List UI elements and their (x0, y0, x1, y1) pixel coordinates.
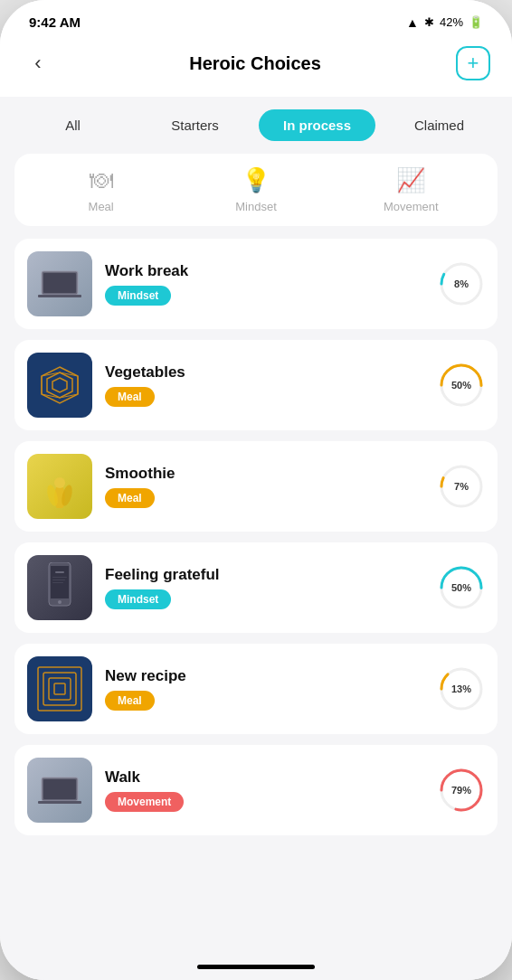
back-chevron-icon: ‹ (34, 52, 41, 75)
page-title: Heroic Choices (189, 53, 321, 74)
category-bar: 🍽 Meal 💡 Mindset 📈 Movement (14, 154, 498, 226)
progress-label: 79% (451, 785, 471, 796)
progress-label: 7% (454, 481, 469, 492)
card-workbreak[interactable]: Work break Mindset 8% (14, 239, 498, 329)
battery-icon: 🔋 (469, 15, 483, 29)
main-content: All Starters In process Claimed 🍽 Meal 💡… (0, 97, 512, 953)
progress-circle: 79% (438, 767, 485, 814)
progress-circle: 50% (438, 362, 485, 409)
tab-all[interactable]: All (14, 109, 131, 141)
card-smoothie[interactable]: Smoothie Meal 7% (14, 441, 498, 532)
tab-claimed[interactable]: Claimed (381, 109, 498, 141)
card-title: Feeling grateful (105, 566, 425, 584)
card-badge: Meal (105, 691, 155, 711)
movement-label: Movement (384, 200, 439, 213)
svg-marker-7 (52, 378, 67, 392)
card-image-smoothie (27, 454, 92, 519)
cards-list: Work break Mindset 8% (14, 239, 498, 835)
card-image-workbreak (27, 251, 92, 316)
svg-point-24 (58, 600, 62, 604)
card-info-newrecipe: New recipe Meal (105, 667, 425, 711)
card-image-walk (27, 758, 92, 823)
filter-tabs: All Starters In process Claimed (14, 109, 498, 154)
svg-rect-27 (52, 580, 65, 580)
card-title: Vegetables (105, 363, 425, 382)
progress-circle: 8% (438, 260, 485, 307)
plus-icon: + (468, 52, 479, 75)
home-indicator (0, 953, 512, 980)
card-title: New recipe (105, 667, 425, 685)
status-bar: 9:42 AM ▲ ✱ 42% 🔋 (0, 0, 512, 37)
svg-rect-25 (55, 571, 64, 573)
category-mindset[interactable]: 💡 Mindset (178, 166, 333, 213)
svg-rect-38 (43, 779, 76, 799)
bluetooth-icon: ✱ (424, 15, 434, 29)
progress-circle: 13% (438, 665, 485, 712)
add-button[interactable]: + (456, 46, 490, 80)
card-title: Walk (105, 768, 425, 787)
card-badge: Movement (105, 792, 184, 812)
progress-label: 8% (454, 278, 469, 289)
progress-label: 50% (451, 582, 471, 593)
card-info-walk: Walk Movement (105, 768, 425, 812)
svg-rect-28 (52, 582, 63, 583)
svg-rect-2 (38, 295, 81, 297)
header: ‹ Heroic Choices + (0, 37, 512, 97)
mindset-label: Mindset (235, 200, 277, 213)
svg-rect-34 (54, 683, 65, 694)
wifi-icon: ▲ (406, 15, 419, 30)
card-walk[interactable]: Walk Movement 79% (14, 745, 498, 835)
svg-rect-26 (52, 577, 67, 578)
svg-rect-31 (38, 667, 81, 711)
movement-icon: 📈 (396, 166, 425, 194)
svg-rect-33 (49, 678, 71, 700)
card-vegetables[interactable]: Vegetables Meal 50% (14, 340, 498, 430)
progress-label: 50% (451, 380, 471, 391)
card-title: Smoothie (105, 465, 425, 483)
card-info-feelinggrateful: Feeling grateful Mindset (105, 566, 425, 609)
card-image-feelinggrateful (27, 555, 92, 620)
battery-percentage: 42% (440, 15, 463, 29)
card-info-smoothie: Smoothie Meal (105, 465, 425, 508)
card-feelinggrateful[interactable]: Feeling grateful Mindset 50% (14, 542, 498, 633)
meal-label: Meal (89, 200, 114, 213)
card-newrecipe[interactable]: New recipe Meal 13% (14, 644, 498, 734)
tab-inprocess[interactable]: In process (259, 109, 375, 141)
tab-starters[interactable]: Starters (137, 109, 253, 141)
svg-marker-6 (47, 372, 72, 398)
progress-circle: 50% (438, 564, 485, 611)
card-badge: Meal (105, 387, 155, 407)
card-title: Work break (105, 262, 425, 280)
category-movement[interactable]: 📈 Movement (334, 166, 488, 213)
mindset-icon: 💡 (242, 166, 270, 194)
back-button[interactable]: ‹ (22, 47, 54, 80)
category-meal[interactable]: 🍽 Meal (24, 166, 178, 213)
card-image-newrecipe (27, 656, 92, 721)
card-badge: Mindset (105, 589, 171, 609)
svg-point-19 (54, 477, 65, 488)
card-info-vegetables: Vegetables Meal (105, 363, 425, 407)
svg-rect-1 (43, 273, 76, 293)
home-bar (197, 965, 315, 969)
card-badge: Mindset (105, 286, 171, 306)
card-image-vegetables (27, 353, 92, 418)
status-icons: ▲ ✱ 42% 🔋 (406, 15, 483, 30)
meal-icon: 🍽 (90, 166, 113, 194)
svg-rect-39 (38, 801, 81, 804)
progress-circle: 7% (438, 463, 485, 510)
status-time: 9:42 AM (29, 14, 81, 30)
progress-label: 13% (451, 683, 471, 694)
card-info-workbreak: Work break Mindset (105, 262, 425, 306)
card-badge: Meal (105, 488, 155, 508)
